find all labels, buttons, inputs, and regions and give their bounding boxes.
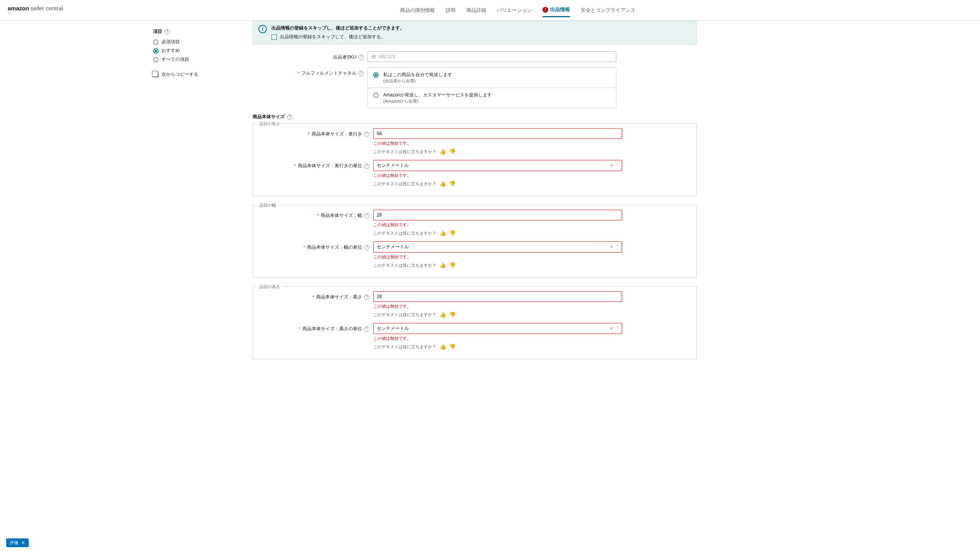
required-mark: * bbox=[299, 326, 301, 332]
sidebar: 項目 ? 必須項目 おすすめ すべての項目 次からコピーする bbox=[149, 21, 253, 368]
select-value: センチメートル bbox=[377, 162, 409, 169]
help-icon[interactable]: ? bbox=[287, 114, 292, 120]
tab-details[interactable]: 商品詳細 bbox=[466, 3, 486, 17]
depth-input[interactable] bbox=[373, 128, 622, 139]
required-mark: * bbox=[294, 163, 296, 169]
width-label: 商品本体サイズ：幅 bbox=[321, 212, 362, 219]
width-group: 品目の幅 * 商品本体サイズ：幅 ? この値は無効です。 このテキストは役に立ち… bbox=[253, 205, 697, 278]
thumb-up-icon[interactable]: 👍 bbox=[439, 181, 446, 187]
help-icon[interactable]: ? bbox=[364, 295, 369, 300]
chevron-down-icon[interactable]: ˅ bbox=[616, 163, 619, 168]
radio-icon bbox=[373, 93, 379, 98]
chevron-down-icon[interactable]: ˅ bbox=[616, 245, 619, 249]
radio-icon bbox=[153, 39, 158, 45]
option-sublabel: (出品者から出荷) bbox=[383, 78, 452, 84]
width-unit-select[interactable]: センチメートル ✕˅ bbox=[373, 241, 622, 253]
option-label: 私はこの商品を自分で発送します bbox=[383, 72, 452, 78]
height-unit-select[interactable]: センチメートル ✕˅ bbox=[373, 323, 622, 334]
copy-label: 次からコピーする bbox=[162, 71, 198, 78]
height-input[interactable] bbox=[373, 291, 622, 302]
tab-identity[interactable]: 商品の識別情報 bbox=[400, 3, 435, 17]
alert-icon: ! bbox=[542, 7, 548, 13]
hint-text: このテキストは役に立ちますか？ bbox=[373, 181, 436, 187]
fulfillment-self[interactable]: 私はこの商品を自分で発送します (出品者から出荷) bbox=[368, 68, 616, 88]
radio-label: おすすめ bbox=[162, 47, 180, 54]
checkbox-label: 出品情報の登録をスキップして、後ほど追加する。 bbox=[280, 34, 385, 40]
checkbox-icon[interactable] bbox=[271, 34, 277, 40]
radio-label: すべての項目 bbox=[162, 56, 189, 63]
thumb-up-icon[interactable]: 👍 bbox=[439, 311, 446, 318]
clear-icon[interactable]: ✕ bbox=[610, 163, 613, 168]
required-mark: * bbox=[312, 295, 314, 300]
error-text: この値は無効です。 bbox=[373, 222, 622, 228]
sku-input[interactable] bbox=[368, 51, 616, 62]
help-icon[interactable]: ? bbox=[165, 29, 170, 34]
thumb-up-icon[interactable]: 👍 bbox=[439, 230, 446, 236]
hint-text: このテキストは役に立ちますか？ bbox=[373, 312, 436, 318]
hint-text: このテキストは役に立ちますか？ bbox=[373, 230, 436, 236]
error-text: この値は無効です。 bbox=[373, 140, 622, 146]
tab-description[interactable]: 説明 bbox=[446, 3, 456, 17]
help-icon[interactable]: ? bbox=[358, 71, 364, 76]
clear-icon[interactable]: ✕ bbox=[610, 245, 613, 249]
height-unit-label: 商品本体サイズ：高さの単位 bbox=[302, 326, 362, 332]
depth-unit-select[interactable]: センチメートル ✕˅ bbox=[373, 160, 622, 171]
help-icon[interactable]: ? bbox=[364, 213, 369, 218]
chevron-down-icon[interactable]: ˅ bbox=[616, 326, 619, 331]
help-icon[interactable]: ? bbox=[358, 55, 364, 60]
thumb-down-icon[interactable]: 👎 bbox=[449, 181, 456, 187]
sidebar-radio-required[interactable]: 必須項目 bbox=[153, 39, 249, 45]
height-label: 商品本体サイズ：高さ bbox=[316, 294, 362, 300]
fulfillment-options: 私はこの商品を自分で発送します (出品者から出荷) Amazonが発送し、カスタ… bbox=[368, 67, 616, 108]
depth-unit-label: 商品本体サイズ：奥行きの単位 bbox=[298, 163, 362, 169]
error-text: この値は無効です。 bbox=[373, 303, 622, 309]
error-text: この値は無効です。 bbox=[373, 254, 622, 260]
radio-icon bbox=[153, 57, 158, 62]
copy-from-link[interactable]: 次からコピーする bbox=[153, 71, 249, 78]
tab-listing[interactable]: ! 出品情報 bbox=[542, 3, 570, 17]
sidebar-radio-all[interactable]: すべての項目 bbox=[153, 56, 249, 63]
sidebar-radio-recommended[interactable]: おすすめ bbox=[153, 47, 249, 54]
info-icon: i bbox=[258, 25, 267, 33]
option-sublabel: (Amazonから出荷) bbox=[383, 98, 492, 104]
help-icon[interactable]: ? bbox=[364, 245, 369, 250]
required-mark: * bbox=[303, 245, 305, 250]
fulfillment-amazon[interactable]: Amazonが発送し、カスタマーサービスを提供します (Amazonから出荷) bbox=[368, 88, 616, 108]
thumb-down-icon[interactable]: 👎 bbox=[449, 311, 456, 318]
hint-text: このテキストは役に立ちますか？ bbox=[373, 149, 436, 155]
thumb-up-icon[interactable]: 👍 bbox=[439, 148, 446, 155]
help-icon[interactable]: ? bbox=[364, 163, 369, 169]
thumb-up-icon[interactable]: 👍 bbox=[439, 344, 446, 350]
select-value: センチメートル bbox=[377, 244, 409, 250]
main: i 出品情報の登録をスキップし、後ほど追加することができます。 出品情報の登録を… bbox=[253, 21, 697, 368]
select-value: センチメートル bbox=[377, 325, 409, 332]
thumb-down-icon[interactable]: 👎 bbox=[449, 230, 456, 236]
width-input[interactable] bbox=[373, 210, 622, 220]
thumb-down-icon[interactable]: 👎 bbox=[449, 262, 456, 268]
hint-text: このテキストは役に立ちますか？ bbox=[373, 344, 436, 350]
tab-compliance[interactable]: 安全とコンプライアンス bbox=[581, 3, 635, 17]
thumb-down-icon[interactable]: 👎 bbox=[449, 148, 456, 155]
fulfillment-label: フルフィルメントチャネル bbox=[301, 70, 356, 77]
header: amazonseller central ⌣ 商品の識別情報 説明 商品詳細 バ… bbox=[0, 0, 980, 21]
help-icon[interactable]: ? bbox=[364, 132, 369, 137]
sidebar-title: 項目 ? bbox=[153, 28, 249, 35]
logo[interactable]: amazonseller central ⌣ bbox=[8, 5, 63, 16]
copy-icon bbox=[153, 72, 158, 77]
group-title: 品目の幅 bbox=[257, 202, 278, 208]
tab-variation[interactable]: バリエーション bbox=[497, 3, 532, 17]
group-title: 品目の高さ bbox=[257, 284, 283, 290]
radio-icon bbox=[153, 48, 158, 54]
radio-label: 必須項目 bbox=[162, 39, 180, 45]
thumb-up-icon[interactable]: 👍 bbox=[439, 262, 446, 268]
help-icon[interactable]: ? bbox=[364, 326, 369, 332]
fulfillment-row: * フルフィルメントチャネル ? 私はこの商品を自分で発送します (出品者から出… bbox=[253, 67, 697, 108]
logo-sub: seller central bbox=[31, 5, 63, 11]
required-mark: * bbox=[297, 71, 299, 76]
height-group: 品目の高さ * 商品本体サイズ：高さ ? この値は無効です。 このテキストは役に… bbox=[253, 286, 697, 359]
thumb-down-icon[interactable]: 👎 bbox=[449, 344, 456, 350]
info-banner: i 出品情報の登録をスキップし、後ほど追加することができます。 出品情報の登録を… bbox=[253, 21, 697, 44]
length-group: 品目の長さ * 商品本体サイズ：奥行き ? この値は無効です。 このテキストは役… bbox=[253, 123, 697, 196]
clear-icon[interactable]: ✕ bbox=[610, 326, 613, 331]
skip-checkbox-row[interactable]: 出品情報の登録をスキップして、後ほど追加する。 bbox=[271, 34, 405, 40]
